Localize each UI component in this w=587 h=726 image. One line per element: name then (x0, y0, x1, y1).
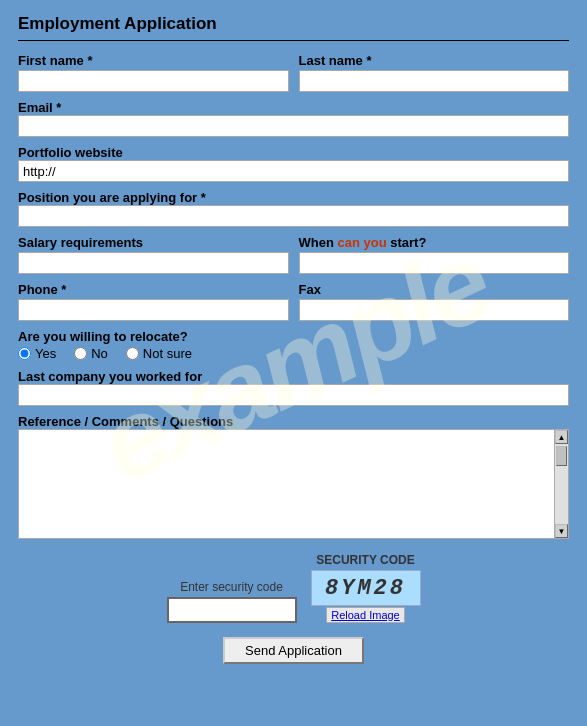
security-input-group: Enter security code (167, 580, 297, 623)
last-name-input[interactable] (299, 70, 570, 92)
relocate-notsure-radio[interactable] (126, 347, 139, 360)
relocate-notsure-item: Not sure (126, 346, 192, 361)
portfolio-input[interactable] (18, 160, 569, 182)
relocate-yes-item: Yes (18, 346, 56, 361)
when-start-col: When can you start? (299, 235, 570, 274)
phone-col: Phone * (18, 282, 289, 321)
scrollbar-down-arrow[interactable]: ▼ (555, 524, 568, 538)
relocate-yes-radio[interactable] (18, 347, 31, 360)
salary-label: Salary requirements (18, 235, 289, 250)
when-start-input[interactable] (299, 252, 570, 274)
comments-row: Reference / Comments / Questions ▲ ▼ (18, 414, 569, 539)
phone-input[interactable] (18, 299, 289, 321)
when-start-label: When can you start? (299, 235, 570, 250)
first-name-label: First name * (18, 53, 289, 68)
comments-label: Reference / Comments / Questions (18, 414, 233, 429)
security-input-label: Enter security code (180, 580, 283, 594)
fax-col: Fax (299, 282, 570, 321)
position-label: Position you are applying for * (18, 190, 206, 205)
textarea-wrapper: ▲ ▼ (18, 429, 569, 539)
email-row: Email * (18, 100, 569, 137)
last-company-row: Last company you worked for (18, 369, 569, 406)
relocate-yes-label: Yes (35, 346, 56, 361)
portfolio-label: Portfolio website (18, 145, 123, 160)
first-name-input[interactable] (18, 70, 289, 92)
position-row: Position you are applying for * (18, 190, 569, 227)
security-code-box: SECURITY CODE 8YM28 Reload Image (311, 553, 421, 623)
scrollbar-track[interactable]: ▲ ▼ (554, 429, 569, 539)
page-title: Employment Application (18, 14, 569, 34)
salary-start-row: Salary requirements When can you start? (18, 235, 569, 274)
form-container: Employment Application First name * Last… (18, 14, 569, 664)
relocate-row: Are you willing to relocate? Yes No Not … (18, 329, 569, 361)
last-company-input[interactable] (18, 384, 569, 406)
salary-col: Salary requirements (18, 235, 289, 274)
captcha-image: 8YM28 (311, 570, 421, 606)
relocate-no-label: No (91, 346, 108, 361)
email-input[interactable] (18, 115, 569, 137)
title-divider (18, 40, 569, 41)
relocate-notsure-label: Not sure (143, 346, 192, 361)
salary-input[interactable] (18, 252, 289, 274)
scrollbar-up-arrow[interactable]: ▲ (555, 430, 568, 444)
last-name-col: Last name * (299, 53, 570, 92)
security-code-input[interactable] (167, 597, 297, 623)
relocate-radio-group: Yes No Not sure (18, 346, 569, 361)
scrollbar-thumb[interactable] (556, 446, 567, 466)
submit-section: Send Application (18, 637, 569, 664)
portfolio-row: Portfolio website (18, 145, 569, 182)
relocate-no-item: No (74, 346, 108, 361)
relocate-no-radio[interactable] (74, 347, 87, 360)
fax-input[interactable] (299, 299, 570, 321)
reload-image-link[interactable]: Reload Image (326, 607, 405, 623)
security-code-label: SECURITY CODE (316, 553, 414, 567)
send-application-button[interactable]: Send Application (223, 637, 364, 664)
name-row: First name * Last name * (18, 53, 569, 92)
phone-label: Phone * (18, 282, 289, 297)
last-name-label: Last name * (299, 53, 570, 68)
relocate-label: Are you willing to relocate? (18, 329, 188, 344)
last-company-label: Last company you worked for (18, 369, 202, 384)
position-input[interactable] (18, 205, 569, 227)
page-wrapper: example Employment Application First nam… (0, 0, 587, 726)
email-label: Email * (18, 100, 61, 115)
security-section: Enter security code SECURITY CODE 8YM28 … (18, 553, 569, 623)
comments-textarea[interactable] (18, 429, 569, 539)
phone-fax-row: Phone * Fax (18, 282, 569, 321)
first-name-col: First name * (18, 53, 289, 92)
fax-label: Fax (299, 282, 570, 297)
